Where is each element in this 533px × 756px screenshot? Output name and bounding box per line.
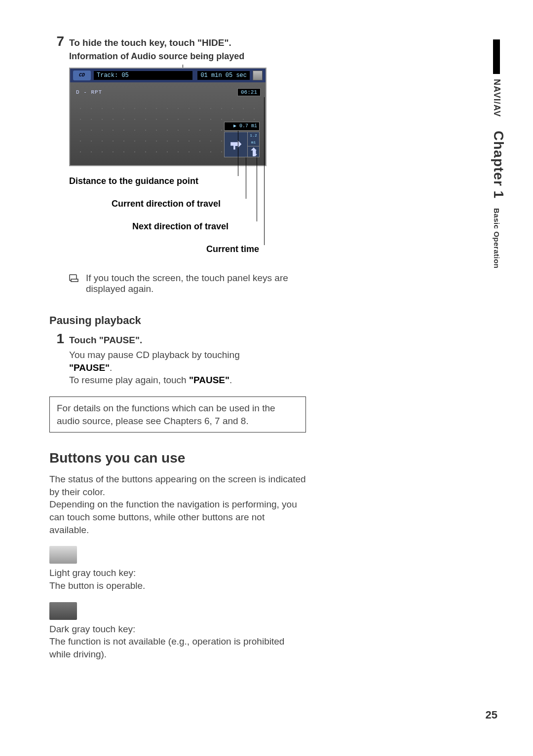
scr-arrows: 1.2 mi	[224, 132, 260, 157]
dark-gray-label: Dark gray touch key:	[49, 623, 306, 636]
scr-nav-panel: ▶ 0.7 mi 1.2 mi	[224, 122, 260, 157]
pausing-line1c: .	[110, 362, 112, 373]
buttons-intro: The status of the buttons appearing on t…	[49, 473, 306, 536]
pausing-body: You may pause CD playback by touching "P…	[69, 349, 306, 387]
dark-gray-desc: The function is not available (e.g., ope…	[49, 635, 306, 660]
step-7-title: To hide the touch key, touch "HIDE".	[69, 35, 231, 48]
scr-topbar: CD Track: 05 01 min 05 sec	[70, 69, 266, 82]
light-gray-swatch	[49, 546, 77, 564]
step-7-number: 7	[49, 35, 64, 48]
scr-clock: 06:21	[237, 88, 261, 96]
scr-track-label: Track: 05	[94, 71, 192, 80]
scr-mode: D - RPT	[76, 89, 102, 95]
side-tab-marker	[493, 39, 500, 74]
scr-distance: ▶ 0.7 mi	[224, 122, 260, 131]
side-naviav: NAVI/AV	[492, 79, 502, 117]
dark-gray-swatch	[49, 602, 77, 620]
light-gray-label: Light gray touch key:	[49, 567, 306, 579]
scr-cd-icon: CD	[73, 71, 91, 80]
pausing-line2b: "PAUSE"	[189, 375, 229, 385]
pausing-line2c: .	[229, 375, 232, 385]
callout-distance: Distance to the guidance point	[69, 176, 198, 186]
step-1-title: Touch "PAUSE".	[69, 332, 142, 346]
note-bullet-icon	[69, 274, 81, 282]
callout-next-direction: Next direction of travel	[132, 221, 228, 232]
side-section: Basic Operation	[493, 208, 501, 269]
svg-rect-1	[71, 279, 78, 282]
leader-line	[257, 157, 257, 221]
step-7-subtitle: Information of Audio source being played	[69, 51, 306, 62]
screenshot-block: CD Track: 05 01 min 05 sec D - RPT 06:21…	[69, 68, 286, 265]
page-number: 25	[486, 709, 497, 721]
pausing-line1a: You may pause CD playback by touching	[69, 350, 240, 360]
scr-elapsed: 01 min 05 sec	[197, 71, 250, 80]
leader-line	[238, 131, 238, 176]
step-7-row: 7 To hide the touch key, touch "HIDE".	[49, 35, 306, 48]
callout-current-direction: Current direction of travel	[112, 199, 221, 209]
side-chapter: Chapter 1	[491, 131, 506, 199]
step-1-number: 1	[49, 332, 64, 346]
pausing-line2a: To resume play again, touch	[69, 375, 189, 385]
leader-line	[264, 97, 265, 245]
scr-next-distance: 1.2 mi	[248, 132, 259, 146]
next-direction-icon	[248, 146, 259, 157]
side-tab: NAVI/AV Chapter 1 Basic Operation	[491, 39, 502, 268]
pausing-line1b: "PAUSE"	[69, 362, 110, 373]
light-gray-desc: The button is operable.	[49, 579, 306, 592]
heading-buttons: Buttons you can use	[49, 450, 306, 466]
step-7-note: If you touch the screen, the touch panel…	[69, 273, 306, 294]
scr-scroll-handle	[253, 71, 263, 80]
note-box: For details on the functions which can b…	[49, 396, 306, 432]
current-direction-icon	[225, 132, 247, 157]
callout-current-time: Current time	[206, 244, 259, 254]
leader-line	[246, 157, 246, 199]
heading-pausing: Pausing playback	[49, 314, 306, 327]
note-text: If you touch the screen, the touch panel…	[86, 273, 306, 294]
device-screenshot: CD Track: 05 01 min 05 sec D - RPT 06:21…	[69, 68, 266, 166]
step-1-row: 1 Touch "PAUSE".	[49, 332, 306, 346]
